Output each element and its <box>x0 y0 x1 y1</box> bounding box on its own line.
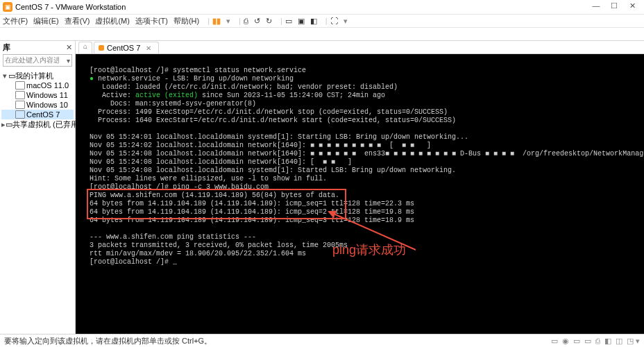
status-device-icon[interactable]: ◫ <box>616 337 622 346</box>
toolbar-unity-icon[interactable]: ▣ <box>298 17 305 26</box>
tree-item[interactable]: Windows 10 <box>1 100 74 110</box>
minimize-button[interactable]: — <box>587 1 605 12</box>
vm-running-icon <box>99 45 104 51</box>
annotation-label: ping请求成功 <box>332 246 406 254</box>
vm-tree: ▾▭ 我的计算机 macOS 11.0 Windows 11 Windows 1… <box>0 69 75 130</box>
vm-tab[interactable]: CentOS 7 ✕ <box>94 42 159 53</box>
toolbar-full-icon[interactable]: ▭ <box>285 17 292 26</box>
menu-tabs[interactable]: 选项卡(T) <box>135 16 168 26</box>
tree-root[interactable]: ▾▭ 我的计算机 <box>1 71 74 81</box>
tree-item-selected[interactable]: CentOS 7 <box>1 110 74 119</box>
status-device-icon[interactable]: ▭ <box>584 337 591 346</box>
status-device-icon[interactable]: ▭ <box>551 337 558 346</box>
menu-view[interactable]: 查看(V) <box>65 16 90 26</box>
tree-shared[interactable]: ▸▭ 共享虚拟机 (已弃用) <box>1 119 74 129</box>
home-tab[interactable]: ⌂ <box>78 42 92 53</box>
menu-help[interactable]: 帮助(H) <box>173 16 199 26</box>
sidebar-close-icon[interactable]: ✕ <box>66 43 72 52</box>
status-menu-icon[interactable]: ◳ ▾ <box>627 337 640 346</box>
menu-file[interactable]: 文件(F) <box>3 16 28 26</box>
main-area: ⌂ CentOS 7 ✕ [root@localhost /]# systemc… <box>76 41 644 337</box>
menu-edit[interactable]: 编辑(E) <box>33 16 59 26</box>
menu-vm[interactable]: 虚拟机(M) <box>95 16 130 26</box>
toolbar-revert-icon[interactable]: ↺ <box>254 17 260 26</box>
titlebar: ▣ CentOS 7 - VMware Workstation — ☐ ✕ <box>0 0 644 15</box>
toolbar-snapshot-icon[interactable]: ⎙ <box>244 17 248 25</box>
status-device-icon[interactable]: ◉ <box>562 337 569 346</box>
status-device-icon[interactable]: ◧ <box>604 337 611 346</box>
close-button[interactable]: ✕ <box>623 1 641 12</box>
maximize-button[interactable]: ☐ <box>605 1 623 12</box>
tab-close-icon[interactable]: ✕ <box>146 44 151 52</box>
search-dropdown-icon[interactable]: ▾ <box>67 57 70 65</box>
tree-item[interactable]: Windows 11 <box>1 90 74 100</box>
search-placeholder: 在此处键入内容进行搜索 <box>5 56 59 65</box>
status-icons: ▭ ◉ ▭ ▭ ⎙ ◧ ◫ ◳ ▾ <box>551 337 640 346</box>
terminal[interactable]: [root@localhost /]# systemctl status net… <box>76 54 644 337</box>
vm-tab-label: CentOS 7 <box>107 44 140 52</box>
search-input[interactable]: 在此处键入内容进行搜索 ▾ <box>3 54 72 67</box>
tree-item[interactable]: macOS 11.0 <box>1 81 74 90</box>
toolbar <box>0 27 644 41</box>
sidebar-title: 库 <box>3 42 10 53</box>
library-sidebar: 库 ✕ 在此处键入内容进行搜索 ▾ ▾▭ 我的计算机 macOS 11.0 Wi… <box>0 41 76 337</box>
tabstrip: ⌂ CentOS 7 ✕ <box>76 41 644 54</box>
highlight-box <box>87 189 346 219</box>
menubar: 文件(F) 编辑(E) 查看(V) 虚拟机(M) 选项卡(T) 帮助(H) | … <box>0 15 644 27</box>
toolbar-stretch-icon[interactable]: ⛶ <box>330 17 338 25</box>
app-icon: ▣ <box>3 2 12 12</box>
pause-icon[interactable]: ▮▮ <box>212 17 221 26</box>
status-text: 要将输入定向到该虚拟机，请在虚拟机内部单击或按 Ctrl+G。 <box>4 336 212 346</box>
status-device-icon[interactable]: ⎙ <box>595 337 600 346</box>
toolbar-thumb-icon[interactable]: ◧ <box>310 17 317 26</box>
statusbar: 要将输入定向到该虚拟机，请在虚拟机内部单击或按 Ctrl+G。 ▭ ◉ ▭ ▭ … <box>0 334 644 347</box>
window-title: CentOS 7 - VMware Workstation <box>15 3 587 11</box>
status-device-icon[interactable]: ▭ <box>573 337 580 346</box>
toolbar-manage-icon[interactable]: ↻ <box>266 17 272 26</box>
